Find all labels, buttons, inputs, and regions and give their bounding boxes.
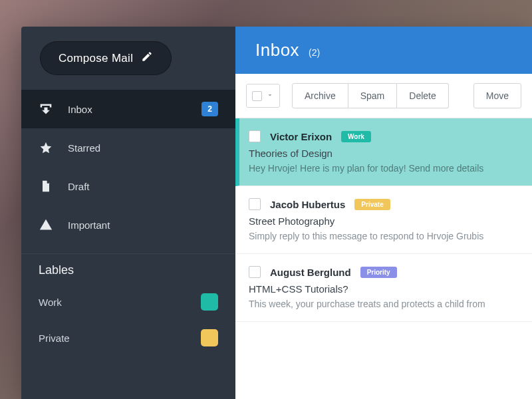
message-checkbox[interactable]	[249, 130, 261, 142]
nav-list: Inbox 2 Starred Draft Important	[21, 90, 235, 244]
email-app: Compose Mail Inbox 2 Starred	[21, 27, 532, 399]
label-work[interactable]: Work	[21, 284, 235, 320]
sidebar-item-draft[interactable]: Draft	[21, 167, 235, 205]
message-preview: Simply reply to this message to respond …	[249, 231, 519, 241]
message-sender: Victor Erixon	[270, 131, 332, 142]
message-item[interactable]: Jacob Hubertus Private Street Photograph…	[235, 186, 532, 254]
page-title: Inbox	[255, 40, 299, 61]
inbox-icon	[39, 102, 53, 116]
select-all-checkbox[interactable]	[246, 84, 280, 108]
file-icon	[39, 179, 53, 194]
nav-label: Important	[68, 219, 110, 231]
chevron-down-icon	[266, 90, 274, 102]
message-header: Jacob Hubertus Private	[249, 198, 519, 210]
nav-label: Draft	[68, 181, 90, 192]
sidebar-item-starred[interactable]: Starred	[21, 128, 235, 167]
message-preview: This week, your purchase treats and prot…	[249, 299, 519, 309]
compose-button[interactable]: Compose Mail	[40, 41, 172, 75]
sidebar-item-inbox[interactable]: Inbox 2	[21, 90, 235, 128]
message-subject: Street Photography	[249, 215, 519, 227]
nav-label: Inbox	[68, 104, 92, 115]
labels-section: Lables Work Private	[21, 244, 235, 361]
message-header: August Berglund Priority	[249, 266, 519, 278]
message-list: Victor Erixon Work Theories of Design He…	[235, 118, 532, 399]
message-tag: Work	[341, 131, 371, 142]
message-subject: Theories of Design	[249, 148, 519, 159]
message-checkbox[interactable]	[249, 198, 261, 210]
delete-button[interactable]: Delete	[397, 83, 448, 108]
star-icon	[39, 140, 53, 155]
spam-button[interactable]: Spam	[348, 83, 398, 108]
message-tag: Priority	[360, 267, 397, 278]
message-checkbox[interactable]	[249, 266, 261, 278]
pencil-icon	[141, 51, 153, 66]
label-private[interactable]: Private	[21, 320, 235, 356]
message-header: Victor Erixon Work	[249, 130, 519, 142]
nav-label: Starred	[68, 142, 100, 154]
archive-button[interactable]: Archive	[292, 83, 348, 108]
inbox-badge: 2	[201, 102, 218, 116]
action-group: Archive Spam Delete	[292, 83, 449, 108]
sidebar: Compose Mail Inbox 2 Starred	[21, 27, 235, 399]
label-name: Work	[39, 297, 62, 308]
message-preview: Hey Hrvoje! Here is my plan for today! S…	[249, 163, 519, 174]
compose-label: Compose Mail	[59, 52, 133, 65]
label-swatch	[201, 293, 218, 311]
message-sender: Jacob Hubertus	[270, 199, 345, 210]
inbox-count: (2)	[309, 47, 320, 58]
message-tag: Private	[354, 199, 390, 210]
main-panel: Inbox (2) Archive Spam Delete Move Vict	[235, 27, 532, 399]
compose-wrap: Compose Mail	[21, 27, 235, 90]
toolbar: Archive Spam Delete Move	[235, 74, 532, 118]
labels-title: Lables	[21, 253, 235, 284]
message-subject: HTML+CSS Tutorials?	[249, 283, 519, 295]
move-button[interactable]: Move	[473, 83, 521, 108]
sidebar-item-important[interactable]: Important	[21, 205, 235, 244]
message-sender: August Berglund	[270, 267, 351, 278]
label-name: Private	[39, 332, 70, 344]
label-swatch	[201, 329, 218, 346]
message-item[interactable]: August Berglund Priority HTML+CSS Tutori…	[235, 254, 532, 322]
message-item[interactable]: Victor Erixon Work Theories of Design He…	[235, 118, 532, 186]
checkbox-box	[252, 91, 262, 101]
inbox-header: Inbox (2)	[235, 27, 532, 74]
warning-icon	[39, 217, 53, 232]
